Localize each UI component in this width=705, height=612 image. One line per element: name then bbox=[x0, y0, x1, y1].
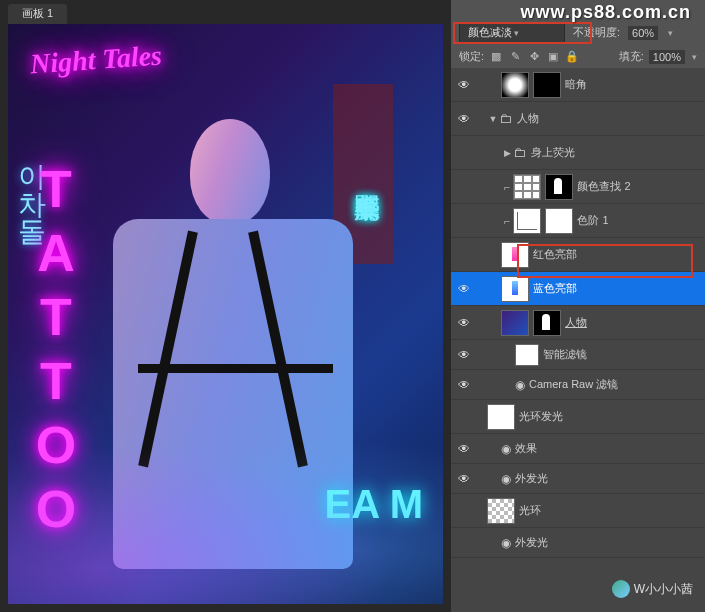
lock-row: 锁定: ▩ ✎ ✥ ▣ 🔒 填充: 100% ▾ bbox=[451, 47, 705, 68]
layer-thumb[interactable] bbox=[545, 208, 573, 234]
lock-move-icon[interactable]: ✥ bbox=[527, 50, 541, 64]
avatar-icon bbox=[612, 580, 630, 598]
layer-row[interactable]: 👁蓝色亮部 bbox=[451, 272, 705, 306]
lock-artboard-icon[interactable]: ▣ bbox=[546, 50, 560, 64]
layer-name[interactable]: 红色亮部 bbox=[533, 247, 577, 262]
layer-thumb[interactable] bbox=[533, 310, 561, 336]
visibility-toggle[interactable]: 👁 bbox=[455, 112, 473, 126]
layer-row[interactable]: 👁◉外发光 bbox=[451, 464, 705, 494]
visibility-toggle[interactable]: 👁 bbox=[455, 282, 473, 296]
visibility-toggle[interactable]: 👁 bbox=[455, 442, 473, 456]
visibility-toggle[interactable]: 👁 bbox=[455, 378, 473, 392]
link-icon: ⌐ bbox=[504, 181, 510, 193]
layer-name[interactable]: 身上荧光 bbox=[531, 145, 575, 160]
chevron-down-icon: ▾ bbox=[668, 28, 673, 38]
layer-name[interactable]: 光环发光 bbox=[519, 409, 563, 424]
visibility-toggle[interactable]: 👁 bbox=[455, 78, 473, 92]
layer-thumb[interactable] bbox=[501, 276, 529, 302]
layer-thumb[interactable] bbox=[487, 498, 515, 524]
layer-name[interactable]: 智能滤镜 bbox=[543, 347, 587, 362]
layer-name[interactable]: 暗角 bbox=[565, 77, 587, 92]
effect-icon: ◉ bbox=[501, 472, 511, 486]
layer-row[interactable]: ◉外发光 bbox=[451, 528, 705, 558]
artboard-tab[interactable]: 画板 1 bbox=[8, 4, 67, 24]
blend-mode-select[interactable]: 颜色减淡▾ bbox=[459, 22, 565, 43]
layer-row[interactable]: ▶🗀身上荧光 bbox=[451, 136, 705, 170]
opacity-label: 不透明度: bbox=[573, 25, 620, 40]
layer-thumb[interactable] bbox=[487, 404, 515, 430]
layer-name[interactable]: 颜色查找 2 bbox=[577, 179, 630, 194]
layer-name[interactable]: 外发光 bbox=[515, 471, 548, 486]
layer-name[interactable]: 人物 bbox=[517, 111, 539, 126]
layers-list: 👁暗角👁▼🗀人物▶🗀身上荧光⌐颜色查找 2⌐色阶 1红色亮部👁蓝色亮部👁人物👁智… bbox=[451, 68, 705, 612]
opacity-value[interactable]: 60% bbox=[628, 26, 658, 40]
fill-value[interactable]: 100% bbox=[649, 50, 685, 64]
layer-thumb[interactable] bbox=[501, 310, 529, 336]
layer-row[interactable]: 👁人物 bbox=[451, 306, 705, 340]
effect-icon: ◉ bbox=[501, 536, 511, 550]
visibility-toggle[interactable]: 👁 bbox=[455, 316, 473, 330]
layer-name[interactable]: 光环 bbox=[519, 503, 541, 518]
artboard[interactable]: 熙車餐廳 이차돌 Night Tales EA M TATTOO bbox=[8, 24, 443, 604]
layer-name[interactable]: 外发光 bbox=[515, 535, 548, 550]
layer-name[interactable]: 色阶 1 bbox=[577, 213, 608, 228]
layer-thumb[interactable] bbox=[513, 174, 541, 200]
folder-icon: 🗀 bbox=[499, 111, 512, 126]
layer-thumb[interactable] bbox=[501, 72, 529, 98]
visibility-toggle[interactable]: 👁 bbox=[455, 472, 473, 486]
layer-row[interactable]: 光环发光 bbox=[451, 400, 705, 434]
effect-icon: ◉ bbox=[515, 378, 525, 392]
layer-row[interactable]: 👁智能滤镜 bbox=[451, 340, 705, 370]
effect-icon: ◉ bbox=[501, 442, 511, 456]
fill-label: 填充: bbox=[619, 49, 644, 64]
layer-name[interactable]: 蓝色亮部 bbox=[533, 281, 577, 296]
watermark: www.ps88.com.cn bbox=[521, 2, 691, 23]
layers-panel: www.ps88.com.cn 颜色减淡▾ 不透明度: 60% ▾ 锁定: ▩ … bbox=[451, 0, 705, 612]
author-watermark: W小小小茜 bbox=[612, 580, 693, 598]
layer-row[interactable]: 光环 bbox=[451, 494, 705, 528]
canvas-area: 画板 1 熙車餐廳 이차돌 Night Tales EA M TATTOO bbox=[0, 0, 451, 612]
layer-row[interactable]: 👁暗角 bbox=[451, 68, 705, 102]
folder-icon: 🗀 bbox=[513, 145, 526, 160]
smoke bbox=[8, 424, 443, 604]
lock-brush-icon[interactable]: ✎ bbox=[508, 50, 522, 64]
layer-name[interactable]: 人物 bbox=[565, 315, 587, 330]
layer-thumb[interactable] bbox=[513, 208, 541, 234]
neon-script: Night Tales bbox=[29, 39, 163, 80]
artboard-tabs: 画板 1 bbox=[8, 4, 443, 24]
layer-name[interactable]: Camera Raw 滤镜 bbox=[529, 377, 618, 392]
layer-thumb[interactable] bbox=[545, 174, 573, 200]
layer-row[interactable]: 👁▼🗀人物 bbox=[451, 102, 705, 136]
lock-label: 锁定: bbox=[459, 49, 484, 64]
expand-icon[interactable]: ▼ bbox=[487, 114, 499, 124]
layer-thumb[interactable] bbox=[515, 344, 539, 366]
layer-name[interactable]: 效果 bbox=[515, 441, 537, 456]
visibility-toggle[interactable]: 👁 bbox=[455, 348, 473, 362]
layer-row[interactable]: ⌐颜色查找 2 bbox=[451, 170, 705, 204]
lock-image-icon[interactable]: ▩ bbox=[489, 50, 503, 64]
chevron-down-icon: ▾ bbox=[692, 52, 697, 62]
lock-all-icon[interactable]: 🔒 bbox=[565, 50, 579, 64]
expand-icon[interactable]: ▶ bbox=[501, 148, 513, 158]
layer-thumb[interactable] bbox=[501, 242, 529, 268]
layer-row[interactable]: ⌐色阶 1 bbox=[451, 204, 705, 238]
layer-row[interactable]: 👁◉效果 bbox=[451, 434, 705, 464]
layer-thumb[interactable] bbox=[533, 72, 561, 98]
layer-row[interactable]: 红色亮部 bbox=[451, 238, 705, 272]
link-icon: ⌐ bbox=[504, 215, 510, 227]
layer-row[interactable]: 👁◉Camera Raw 滤镜 bbox=[451, 370, 705, 400]
chevron-down-icon: ▾ bbox=[514, 28, 519, 38]
